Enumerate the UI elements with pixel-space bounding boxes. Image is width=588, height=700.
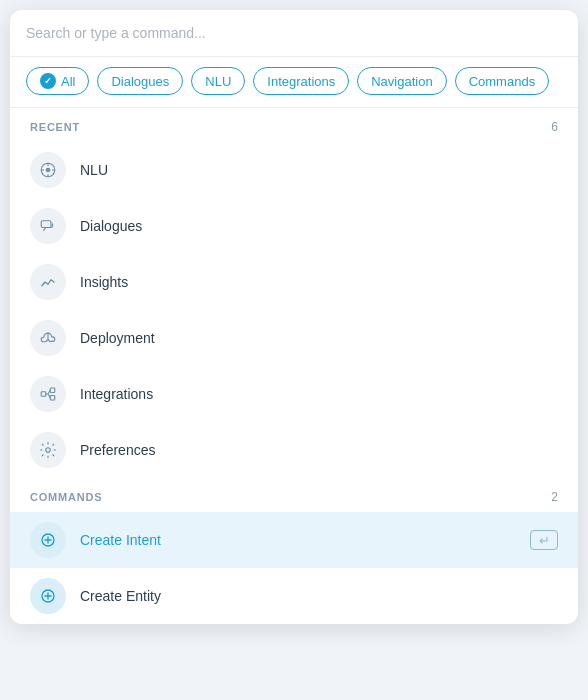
command-item-create-intent[interactable]: Create Intent ↵ xyxy=(10,512,578,568)
preferences-icon-wrap xyxy=(30,432,66,468)
integrations-icon xyxy=(39,385,57,403)
create-intent-icon-wrap xyxy=(30,522,66,558)
insights-icon-wrap xyxy=(30,264,66,300)
svg-rect-5 xyxy=(50,396,55,401)
search-bar xyxy=(10,10,578,57)
search-input[interactable] xyxy=(26,25,562,41)
dialogues-icon-wrap xyxy=(30,208,66,244)
create-entity-icon xyxy=(39,587,57,605)
filter-dialogues[interactable]: Dialogues xyxy=(97,67,183,95)
nlu-icon xyxy=(39,161,57,179)
filter-navigation-label: Navigation xyxy=(371,74,432,89)
recent-count: 6 xyxy=(551,120,558,134)
commands-title: COMMANDS xyxy=(30,491,102,503)
commands-section-header: COMMANDS 2 xyxy=(10,478,578,512)
filter-commands[interactable]: Commands xyxy=(455,67,549,95)
svg-point-1 xyxy=(46,168,51,173)
recent-item-dialogues[interactable]: Dialogues xyxy=(10,198,578,254)
create-intent-icon xyxy=(39,531,57,549)
recent-item-nlu[interactable]: NLU xyxy=(10,142,578,198)
preferences-label: Preferences xyxy=(80,442,155,458)
recent-item-insights[interactable]: Insights xyxy=(10,254,578,310)
filter-integrations-label: Integrations xyxy=(267,74,335,89)
filter-navigation[interactable]: Navigation xyxy=(357,67,446,95)
integrations-icon-wrap xyxy=(30,376,66,412)
svg-rect-3 xyxy=(41,392,46,397)
recent-item-preferences[interactable]: Preferences xyxy=(10,422,578,478)
preferences-icon xyxy=(39,441,57,459)
command-item-create-entity[interactable]: Create Entity xyxy=(10,568,578,624)
recent-section-header: RECENT 6 xyxy=(10,108,578,142)
create-entity-icon-wrap xyxy=(30,578,66,614)
filter-nlu-label: NLU xyxy=(205,74,231,89)
filter-dialogues-label: Dialogues xyxy=(111,74,169,89)
deployment-icon-wrap xyxy=(30,320,66,356)
recent-title: RECENT xyxy=(30,121,80,133)
filter-all[interactable]: ✓ All xyxy=(26,67,89,95)
deployment-label: Deployment xyxy=(80,330,155,346)
dialogues-label: Dialogues xyxy=(80,218,142,234)
create-intent-label: Create Intent xyxy=(80,532,161,548)
dialogues-icon xyxy=(39,217,57,235)
filter-integrations[interactable]: Integrations xyxy=(253,67,349,95)
insights-label: Insights xyxy=(80,274,128,290)
commands-count: 2 xyxy=(551,490,558,504)
filter-nlu[interactable]: NLU xyxy=(191,67,245,95)
recent-item-integrations[interactable]: Integrations xyxy=(10,366,578,422)
filter-all-label: All xyxy=(61,74,75,89)
nlu-icon-wrap xyxy=(30,152,66,188)
deployment-icon xyxy=(39,329,57,347)
check-icon: ✓ xyxy=(40,73,56,89)
recent-item-deployment[interactable]: Deployment xyxy=(10,310,578,366)
create-entity-label: Create Entity xyxy=(80,588,161,604)
filter-row: ✓ All Dialogues NLU Integrations Navigat… xyxy=(10,57,578,108)
enter-icon: ↵ xyxy=(530,530,558,550)
command-palette: ✓ All Dialogues NLU Integrations Navigat… xyxy=(10,10,578,624)
integrations-label: Integrations xyxy=(80,386,153,402)
filter-commands-label: Commands xyxy=(469,74,535,89)
insights-icon xyxy=(39,273,57,291)
svg-point-6 xyxy=(46,448,51,453)
nlu-label: NLU xyxy=(80,162,108,178)
svg-rect-4 xyxy=(50,388,55,393)
svg-rect-2 xyxy=(41,221,51,228)
